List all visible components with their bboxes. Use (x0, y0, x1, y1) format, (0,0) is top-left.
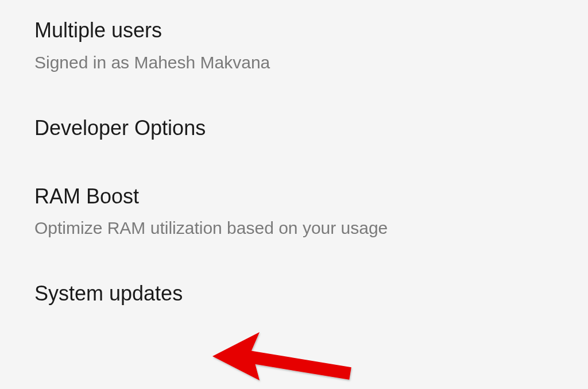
settings-item-title: RAM Boost (34, 183, 588, 210)
settings-item-subtitle: Signed in as Mahesh Makvana (34, 51, 588, 74)
settings-item-title: Multiple users (34, 17, 588, 44)
settings-list: Multiple users Signed in as Mahesh Makva… (0, 0, 588, 328)
settings-item-title: System updates (34, 280, 588, 307)
settings-item-multiple-users[interactable]: Multiple users Signed in as Mahesh Makva… (0, 0, 588, 94)
settings-item-subtitle: Optimize RAM utilization based on your u… (34, 217, 588, 239)
svg-marker-0 (212, 332, 260, 380)
settings-item-ram-boost[interactable]: RAM Boost Optimize RAM utilization based… (0, 163, 588, 260)
settings-item-title: Developer Options (34, 115, 588, 142)
settings-item-developer-options[interactable]: Developer Options (0, 94, 588, 163)
arrow-annotation-icon (212, 322, 373, 389)
settings-item-system-updates[interactable]: System updates (0, 260, 588, 328)
